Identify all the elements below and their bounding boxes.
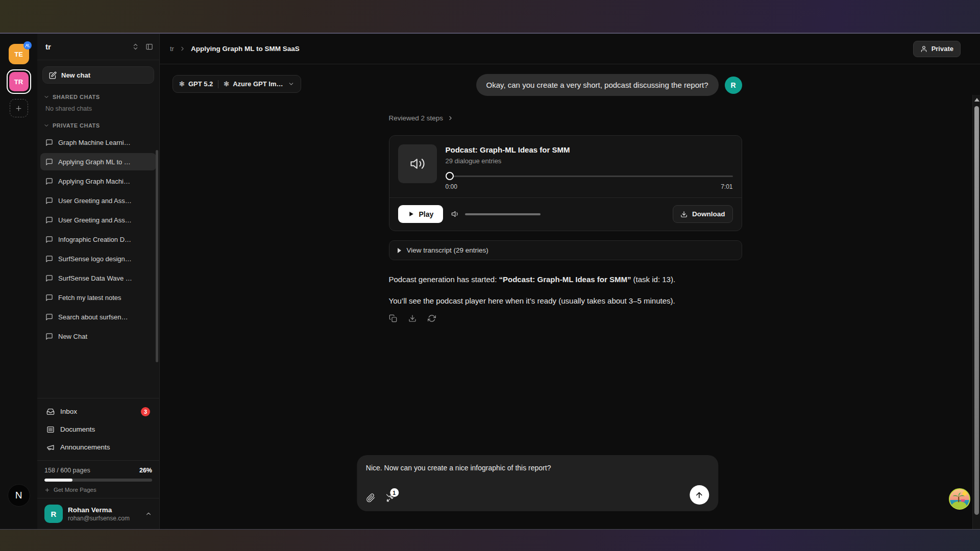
profile-email: rohan@surfsense.com: [68, 515, 140, 522]
send-button[interactable]: [690, 485, 709, 505]
chat-list-item[interactable]: Applying Graph Machi…: [40, 172, 156, 190]
breadcrumb-root[interactable]: tr: [170, 45, 174, 53]
podcast-title: Podcast: Graph-ML Ideas for SMM: [446, 145, 733, 154]
copy-icon[interactable]: [389, 314, 397, 322]
nav-label: Documents: [60, 425, 150, 433]
play-icon: [408, 211, 414, 217]
user-message-row: Okay, can you create a very short, podca…: [389, 74, 742, 96]
chat-list-item[interactable]: User Greeting and Ass…: [40, 211, 156, 229]
openai-logo-icon: ✻: [179, 81, 185, 87]
breadcrumb: tr Applying Graph ML to SMM SaaS: [170, 45, 913, 53]
collapse-sidebar-icon[interactable]: [145, 43, 153, 51]
sidebar-item-inbox[interactable]: Inbox 3: [41, 403, 155, 420]
private-chats-section-toggle[interactable]: PRIVATE CHATS: [37, 115, 159, 132]
chat-list-item[interactable]: SurfSense logo design…: [40, 250, 156, 267]
island-theme-button[interactable]: [949, 488, 970, 510]
elapsed-time: 0:00: [446, 183, 457, 190]
scroll-up-arrow[interactable]: [974, 98, 979, 102]
model-primary[interactable]: ✻ GPT 5.2: [179, 80, 213, 88]
breadcrumb-current: Applying Graph ML to SMM SaaS: [191, 45, 300, 53]
message-icon: [45, 216, 53, 224]
chat-title: User Greeting and Ass…: [58, 197, 132, 205]
play-label: Play: [419, 210, 434, 218]
transcript-label: View transcript (29 entries): [407, 246, 488, 254]
workspace-rail: TE TR N: [0, 34, 37, 529]
new-chat-label: New chat: [61, 71, 90, 79]
private-visibility-button[interactable]: Private: [913, 41, 961, 57]
podcast-player-card: Podcast: Graph-ML Ideas for SMM 29 dialo…: [389, 135, 742, 231]
volume-icon[interactable]: [451, 210, 460, 218]
private-label: Private: [932, 45, 953, 53]
chat-list-item[interactable]: Graph Machine Learni…: [40, 134, 156, 151]
private-chat-list: Graph Machine Learni… Applying Graph ML …: [37, 132, 159, 347]
regenerate-icon[interactable]: [428, 314, 436, 322]
chat-list-item[interactable]: Search about surfsen…: [40, 308, 156, 325]
chat-title: New Chat: [58, 333, 87, 340]
chat-list-item[interactable]: SurfSense Data Wave …: [40, 269, 156, 287]
composer-input[interactable]: Nice. Now can you create a nice infograp…: [366, 464, 709, 472]
pages-progress-fill: [44, 479, 72, 482]
status-suffix: (task id: 13).: [631, 275, 675, 284]
podcast-thumbnail: [398, 144, 437, 183]
avatar: R: [44, 505, 63, 523]
view-transcript-toggle[interactable]: View transcript (29 entries): [389, 240, 742, 260]
workspace-avatar-te[interactable]: TE: [9, 44, 29, 64]
message-composer[interactable]: Nice. Now can you create a nice infograp…: [357, 455, 718, 511]
message-icon: [45, 274, 53, 282]
megaphone-icon: [46, 443, 55, 452]
app-logo-letter: N: [15, 490, 22, 501]
message-icon: [45, 139, 53, 146]
seek-thumb[interactable]: [446, 172, 454, 180]
shared-chats-section-toggle[interactable]: SHARED CHATS: [37, 87, 159, 103]
arrow-up-icon: [695, 491, 703, 499]
message-icon: [45, 178, 53, 185]
steps-label: Reviewed 2 steps: [389, 114, 444, 122]
chat-title: Infographic Creation D…: [58, 236, 131, 243]
chat-list-item[interactable]: User Greeting and Ass…: [40, 192, 156, 209]
assistant-eta-message: You’ll see the podcast player here when …: [389, 295, 742, 307]
tools-button[interactable]: 1: [385, 493, 395, 505]
triangle-right-icon: [398, 248, 401, 253]
workspace-avatar-tr-selected[interactable]: TR: [7, 69, 31, 94]
get-more-pages-button[interactable]: Get More Pages: [44, 487, 152, 493]
add-workspace-button[interactable]: [10, 99, 28, 117]
user-message-bubble: Okay, can you create a very short, podca…: [476, 74, 719, 96]
new-chat-button[interactable]: New chat: [42, 66, 154, 84]
chat-list-item-active[interactable]: Applying Graph ML to …: [40, 153, 156, 170]
chat-list-item[interactable]: Infographic Creation D…: [40, 231, 156, 248]
account-menu-button[interactable]: R Rohan Verma rohan@surfsense.com: [37, 498, 159, 529]
chat-list-item[interactable]: Fetch my latest notes: [40, 289, 156, 306]
plus-icon: [44, 487, 50, 493]
model-secondary[interactable]: ✻ Azure GPT Im…: [224, 80, 283, 88]
chevron-right-icon: [179, 45, 186, 52]
model-selector[interactable]: ✻ GPT 5.2 ✻ Azure GPT Im…: [173, 75, 301, 93]
sidebar-item-announcements[interactable]: Announcements: [41, 438, 155, 456]
download-label: Download: [692, 210, 725, 218]
message-icon: [45, 197, 53, 205]
sidebar-scrollbar-thumb[interactable]: [156, 150, 158, 362]
pencil-icon: [49, 71, 57, 79]
status-podcast-title: “Podcast: Graph-ML Ideas for SMM”: [499, 275, 631, 284]
message-icon: [45, 333, 53, 340]
attach-file-button[interactable]: [366, 493, 375, 505]
chat-title: Fetch my latest notes: [58, 294, 121, 302]
private-chats-header: PRIVATE CHATS: [53, 122, 100, 129]
download-button[interactable]: Download: [673, 205, 733, 223]
scrollbar-thumb[interactable]: [974, 106, 979, 515]
reviewed-steps-toggle[interactable]: Reviewed 2 steps: [389, 114, 454, 122]
workspace-switcher-icon[interactable]: [132, 43, 139, 51]
chevron-down-icon: [43, 94, 50, 100]
chat-list-item[interactable]: New Chat: [40, 328, 156, 345]
chat-title: SurfSense logo design…: [58, 255, 132, 263]
total-duration: 7:01: [721, 183, 732, 190]
volume-control: [451, 210, 541, 218]
sidebar-item-documents[interactable]: Documents: [41, 420, 155, 438]
play-button[interactable]: Play: [398, 205, 444, 223]
volume-slider[interactable]: [465, 213, 541, 215]
chevron-down-icon: [288, 81, 295, 87]
download-icon[interactable]: [408, 314, 416, 322]
seek-slider[interactable]: [446, 172, 733, 180]
app-logo-button[interactable]: N: [8, 484, 30, 507]
scrollbar[interactable]: [972, 95, 980, 529]
app-window: TE TR N tr New chat SHARED CHATS No shar…: [0, 33, 980, 530]
